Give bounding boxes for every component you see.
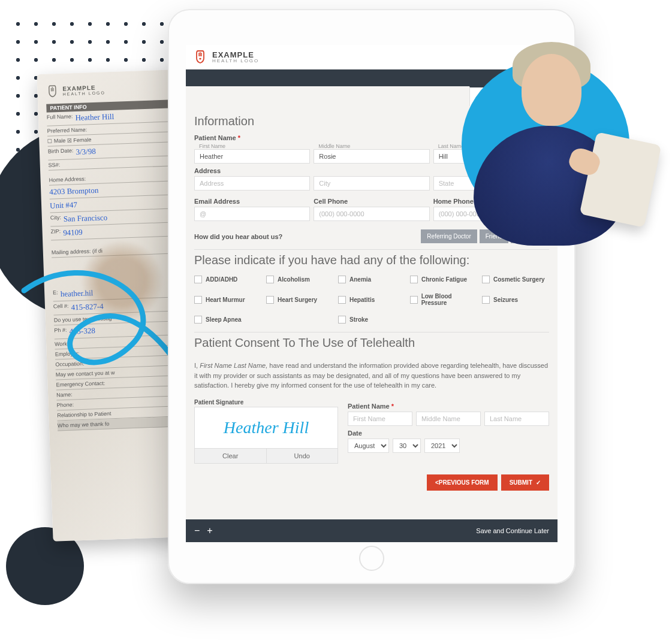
consent-last-name-input[interactable] (484, 412, 549, 426)
middle-name-input[interactable] (314, 149, 429, 164)
signature-undo-button[interactable]: Undo (267, 449, 338, 463)
email-input[interactable] (194, 207, 310, 221)
condition-add-adhd[interactable]: ADD/ADHD (194, 276, 261, 283)
condition-seizures[interactable]: Seizures (482, 293, 549, 306)
zoom-out-button[interactable]: − (194, 525, 200, 536)
condition-checkbox[interactable] (338, 296, 346, 304)
signature-clear-button[interactable]: Clear (195, 449, 267, 463)
hand-heart-icon (193, 50, 207, 64)
footer-bar: − + Save and Continue Later (186, 519, 558, 542)
date-day-select[interactable]: 30 (393, 439, 421, 453)
submit-button[interactable]: SUBMIT✓ (501, 474, 549, 491)
section-heading-conditions: Please indicate if you have had any of t… (194, 253, 549, 267)
condition-cosmetic-surgery[interactable]: Cosmetic Surgery (482, 276, 549, 283)
condition-checkbox[interactable] (482, 296, 490, 304)
condition-checkbox[interactable] (410, 296, 418, 304)
section-heading-consent: Patient Consent To The Use of Telehealth (194, 336, 549, 350)
condition-hepatitis[interactable]: Hepatitis (338, 293, 405, 306)
condition-anemia[interactable]: Anemia (338, 276, 405, 283)
condition-checkbox[interactable] (338, 276, 346, 283)
city-input[interactable] (314, 176, 429, 191)
date-year-select[interactable]: 2021 (424, 439, 460, 453)
condition-checkbox[interactable] (410, 276, 418, 283)
save-continue-link[interactable]: Save and Continue Later (476, 527, 549, 534)
tablet-home-button[interactable] (359, 546, 384, 571)
condition-sleep-apnea[interactable]: Sleep Apnea (194, 316, 261, 323)
condition-checkbox[interactable] (194, 296, 202, 304)
address-input[interactable] (194, 176, 310, 191)
condition-heart-surgery[interactable]: Heart Surgery (266, 293, 333, 306)
condition-alcoholism[interactable]: Alcoholism (266, 276, 333, 283)
condition-stroke[interactable]: Stroke (338, 316, 405, 323)
cell-phone-input[interactable] (314, 207, 429, 221)
consent-middle-name-input[interactable] (416, 412, 481, 426)
date-month-select[interactable]: August (348, 439, 389, 453)
condition-chronic-fatigue[interactable]: Chronic Fatigue (410, 276, 477, 283)
previous-form-button[interactable]: <PREVIOUS FORM (427, 474, 498, 491)
hear-about-label: How did you hear about us? (194, 233, 282, 240)
condition-checkbox[interactable] (338, 316, 346, 323)
signature-label: Patient Signature (194, 399, 338, 406)
condition-checkbox[interactable] (266, 296, 274, 304)
woman-using-tablet-photo (468, 30, 659, 246)
date-label: Date (348, 430, 549, 437)
first-name-input[interactable] (194, 149, 310, 164)
condition-checkbox[interactable] (482, 276, 490, 283)
brand-sub: HEALTH LOGO (212, 59, 259, 64)
condition-low-blood-pressure[interactable]: Low Blood Pressure (410, 293, 477, 306)
condition-checkbox[interactable] (194, 276, 202, 283)
consent-first-name-input[interactable] (348, 412, 412, 426)
zoom-in-button[interactable]: + (207, 525, 212, 536)
condition-checkbox[interactable] (194, 316, 202, 323)
condition-checkbox[interactable] (266, 276, 274, 283)
condition-heart-murmur[interactable]: Heart Murmur (194, 293, 261, 306)
consent-patient-name-label: Patient Name (348, 403, 549, 410)
app-logo: EXAMPLEHEALTH LOGO (193, 50, 259, 64)
signature-pad[interactable]: Heather Hill (194, 407, 338, 449)
consent-paragraph: I, First Name Last Name, have read and u… (194, 356, 549, 399)
check-icon: ✓ (536, 479, 541, 486)
